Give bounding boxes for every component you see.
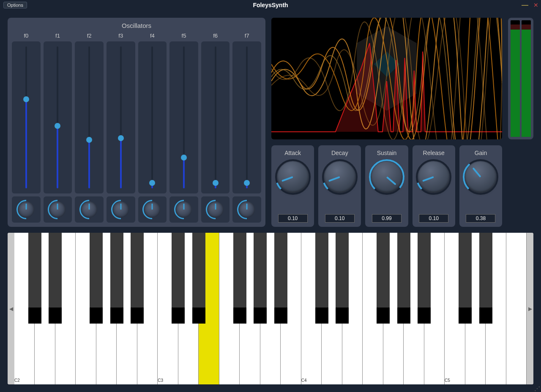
black-key[interactable] bbox=[479, 233, 492, 324]
attack-knob[interactable] bbox=[277, 161, 309, 193]
oscillator-slider-4[interactable] bbox=[138, 41, 167, 193]
oscillator-label-5: f5 bbox=[182, 33, 186, 39]
oscillator-label-4: f4 bbox=[150, 33, 155, 39]
sustain-value[interactable]: 0.99 bbox=[372, 214, 402, 223]
keyboard-scroll-right-icon[interactable]: ▶ bbox=[527, 233, 533, 384]
sustain-knob[interactable] bbox=[371, 161, 402, 193]
attack-label: Attack bbox=[284, 150, 301, 156]
key-label: C5 bbox=[445, 378, 450, 383]
oscillator-slider-7[interactable] bbox=[232, 41, 261, 193]
black-key[interactable] bbox=[336, 233, 349, 324]
oscilloscope-display bbox=[271, 18, 502, 139]
gain-label: Gain bbox=[475, 150, 487, 156]
key-label: C2 bbox=[14, 378, 20, 383]
oscillators-panel: Oscillators f0 f1 f2 f3 bbox=[8, 18, 265, 227]
decay-label: Decay bbox=[331, 150, 348, 156]
black-key[interactable] bbox=[377, 233, 390, 324]
black-key[interactable] bbox=[418, 233, 431, 324]
oscillator-detune-knob-4[interactable] bbox=[138, 196, 167, 223]
oscillator-detune-knob-0[interactable] bbox=[12, 196, 41, 223]
key-label: C4 bbox=[301, 378, 307, 383]
output-meter bbox=[508, 18, 533, 139]
black-key[interactable] bbox=[90, 233, 103, 324]
black-key[interactable] bbox=[110, 233, 123, 324]
oscillator-label-2: f2 bbox=[87, 33, 92, 39]
oscillator-detune-knob-2[interactable] bbox=[75, 196, 104, 223]
oscillator-label-1: f1 bbox=[55, 33, 60, 39]
oscillator-slider-2[interactable] bbox=[75, 41, 104, 193]
black-key[interactable] bbox=[315, 233, 328, 324]
meter-left bbox=[511, 20, 520, 137]
gain-value[interactable]: 0.38 bbox=[466, 214, 495, 223]
resize-handle-icon[interactable]: ⋰ bbox=[534, 385, 540, 391]
oscillator-detune-knob-3[interactable] bbox=[107, 196, 135, 223]
white-key[interactable] bbox=[506, 233, 527, 384]
key-label: C3 bbox=[158, 378, 163, 383]
decay-value[interactable]: 0.10 bbox=[325, 214, 355, 223]
release-knob[interactable] bbox=[418, 161, 449, 193]
meter-right bbox=[522, 20, 531, 137]
window-close-icon[interactable]: ✕ bbox=[533, 2, 538, 8]
black-key[interactable] bbox=[192, 233, 205, 324]
options-button[interactable]: Options bbox=[3, 2, 27, 8]
black-key[interactable] bbox=[254, 233, 267, 324]
oscillator-detune-knob-5[interactable] bbox=[169, 196, 198, 223]
oscillator-slider-6[interactable] bbox=[201, 41, 230, 193]
oscillator-detune-knob-7[interactable] bbox=[232, 196, 261, 223]
release-value[interactable]: 0.10 bbox=[419, 214, 448, 223]
oscillator-slider-5[interactable] bbox=[169, 41, 198, 193]
oscillator-slider-3[interactable] bbox=[107, 41, 135, 193]
oscillator-label-0: f0 bbox=[24, 33, 28, 39]
sustain-label: Sustain bbox=[377, 150, 397, 156]
oscillator-slider-0[interactable] bbox=[12, 41, 41, 193]
oscillator-detune-knob-6[interactable] bbox=[201, 196, 230, 223]
oscillator-slider-1[interactable] bbox=[44, 41, 72, 193]
black-key[interactable] bbox=[397, 233, 410, 324]
release-label: Release bbox=[423, 150, 445, 156]
oscillator-detune-knob-1[interactable] bbox=[44, 196, 72, 223]
oscillator-label-3: f3 bbox=[118, 33, 123, 39]
oscillator-label-6: f6 bbox=[213, 33, 218, 39]
oscillators-title: Oscillators bbox=[12, 22, 261, 29]
black-key[interactable] bbox=[131, 233, 144, 324]
midi-keyboard[interactable]: ◀ C2C3C4C5 ▶ bbox=[8, 233, 533, 384]
keyboard-scroll-left-icon[interactable]: ◀ bbox=[8, 233, 14, 384]
oscillator-label-7: f7 bbox=[245, 33, 249, 39]
svg-point-9 bbox=[462, 159, 499, 195]
black-key[interactable] bbox=[459, 233, 472, 324]
window-minimize-icon[interactable]: — bbox=[522, 1, 528, 9]
black-key[interactable] bbox=[28, 233, 41, 324]
black-key[interactable] bbox=[233, 233, 246, 324]
window-title: FoleysSynth bbox=[253, 2, 288, 8]
gain-knob[interactable] bbox=[465, 161, 496, 193]
black-key[interactable] bbox=[274, 233, 287, 324]
decay-knob[interactable] bbox=[324, 161, 355, 193]
attack-value[interactable]: 0.10 bbox=[278, 214, 308, 223]
black-key[interactable] bbox=[172, 233, 185, 324]
black-key[interactable] bbox=[49, 233, 62, 324]
